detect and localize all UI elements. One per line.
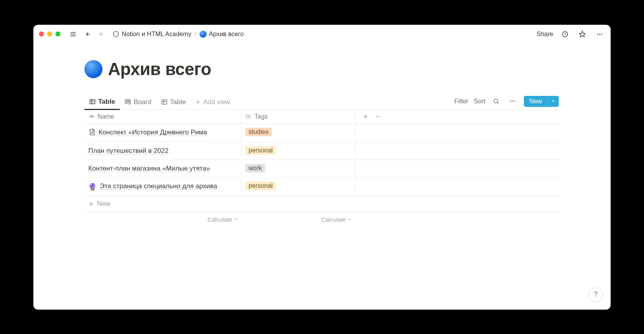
view-tab-label: Table [98, 98, 115, 106]
chevron-down-icon [348, 217, 351, 221]
breadcrumb-current-label: Архив всего [209, 31, 244, 38]
svg-point-32 [246, 118, 247, 118]
breadcrumb: Notion и HTML Academy / Архив всего [112, 30, 245, 39]
favorite-icon[interactable] [577, 29, 588, 40]
view-tab-label: Table [170, 98, 186, 106]
svg-point-36 [378, 116, 379, 117]
svg-line-22 [498, 102, 499, 104]
title-prop-icon [88, 114, 94, 119]
multiselect-prop-icon [245, 114, 251, 119]
column-header-name[interactable]: Name [84, 110, 242, 123]
help-label: ? [594, 290, 598, 299]
views-bar: Table Board Table Add view Filter Sort [84, 95, 560, 110]
svg-rect-10 [90, 99, 95, 104]
shield-icon [112, 31, 119, 38]
plus-icon [88, 201, 94, 207]
column-options-icon[interactable] [375, 114, 381, 119]
back-icon[interactable] [82, 29, 93, 40]
column-header-tags[interactable]: Tags [242, 110, 355, 123]
svg-point-9 [601, 33, 602, 35]
more-icon[interactable] [594, 29, 605, 40]
search-icon[interactable] [491, 96, 502, 107]
topbar-actions: Share [536, 29, 605, 40]
close-window[interactable] [39, 31, 44, 37]
crystal-ball-icon: 🔮 [88, 182, 97, 192]
minimize-window[interactable] [47, 31, 52, 37]
add-view-label: Add view [203, 98, 230, 106]
menu-icon[interactable] [68, 29, 79, 40]
new-button-label: New [524, 96, 547, 107]
row-name: Конспект «История Древнего Рима [99, 128, 207, 137]
svg-point-31 [246, 116, 247, 117]
new-button[interactable]: New [524, 96, 559, 107]
column-header-tags-label: Tags [254, 113, 268, 120]
window-controls [39, 31, 60, 37]
svg-point-23 [510, 101, 512, 102]
svg-point-35 [376, 116, 377, 117]
table-icon [161, 99, 168, 105]
svg-rect-13 [125, 100, 127, 104]
table-row[interactable]: Контент-план магазина «Милые утята» work [84, 160, 560, 178]
calculate-row: Calculate Calculate [84, 212, 560, 227]
sort-button[interactable]: Sort [474, 98, 485, 105]
topbar: Notion и HTML Academy / Архив всего Shar… [33, 25, 611, 44]
svg-rect-14 [127, 100, 129, 103]
new-row-button[interactable]: New [84, 196, 560, 212]
svg-point-30 [246, 115, 247, 115]
svg-point-37 [380, 116, 381, 117]
tag[interactable]: personal [245, 146, 276, 155]
table-row[interactable]: План путешествий в 2022 personal [84, 142, 560, 160]
table-row[interactable]: Конспект «История Древнего Рима studies [84, 124, 560, 143]
add-column-icon[interactable] [362, 114, 368, 119]
svg-point-25 [514, 101, 516, 102]
view-tab-table-2[interactable]: Table [156, 95, 191, 109]
table-row[interactable]: 🔮 Эта страница специально для архива per… [84, 178, 560, 196]
table-header: Name Tags [84, 110, 560, 124]
add-view-button[interactable]: Add view [190, 95, 235, 109]
tag[interactable]: work [245, 164, 265, 173]
board-icon [124, 99, 131, 105]
page-icon[interactable] [84, 60, 102, 78]
row-name: Контент-план магазина «Милые утята» [88, 164, 210, 173]
breadcrumb-root-label: Notion и HTML Academy [122, 31, 191, 38]
page-icon [88, 128, 95, 138]
share-button[interactable]: Share [536, 31, 553, 38]
chevron-down-icon [234, 217, 238, 221]
view-options-icon[interactable] [507, 96, 518, 107]
view-tab-table-1[interactable]: Table [84, 95, 120, 110]
page-title: Архив всего [84, 59, 560, 79]
breadcrumb-separator: / [194, 31, 196, 38]
filter-button[interactable]: Filter [454, 98, 468, 105]
updates-icon[interactable] [560, 29, 571, 40]
column-header-name-label: Name [97, 113, 114, 120]
page-emoji-icon [199, 31, 207, 38]
row-name: План путешествий в 2022 [88, 146, 168, 156]
new-row-label: New [97, 200, 110, 208]
svg-rect-15 [129, 100, 130, 104]
view-tab-board[interactable]: Board [120, 95, 156, 109]
svg-point-21 [494, 99, 498, 103]
breadcrumb-root[interactable]: Notion и HTML Academy [112, 30, 192, 39]
database-table: Name Tags Конспект «История Древнего Рим… [84, 110, 560, 227]
svg-marker-6 [580, 31, 585, 37]
view-tab-label: Board [134, 98, 151, 106]
help-button[interactable]: ? [589, 288, 603, 302]
table-icon [89, 98, 96, 105]
svg-rect-16 [162, 100, 167, 104]
calculate-tags[interactable]: Calculate [242, 212, 355, 227]
chevron-down-icon [551, 99, 556, 103]
svg-point-8 [599, 33, 600, 35]
plus-icon [195, 99, 201, 105]
svg-point-7 [597, 33, 598, 35]
row-name: Эта страница специально для архива [100, 182, 217, 191]
svg-point-24 [512, 101, 514, 102]
maximize-window[interactable] [55, 31, 60, 37]
breadcrumb-current[interactable]: Архив всего [199, 30, 245, 39]
calculate-name[interactable]: Calculate [84, 212, 242, 227]
new-button-dropdown[interactable] [547, 96, 559, 107]
forward-icon[interactable] [96, 29, 107, 40]
page-title-text[interactable]: Архив всего [108, 59, 211, 79]
tag[interactable]: personal [245, 182, 276, 190]
tag[interactable]: studies [245, 128, 272, 136]
